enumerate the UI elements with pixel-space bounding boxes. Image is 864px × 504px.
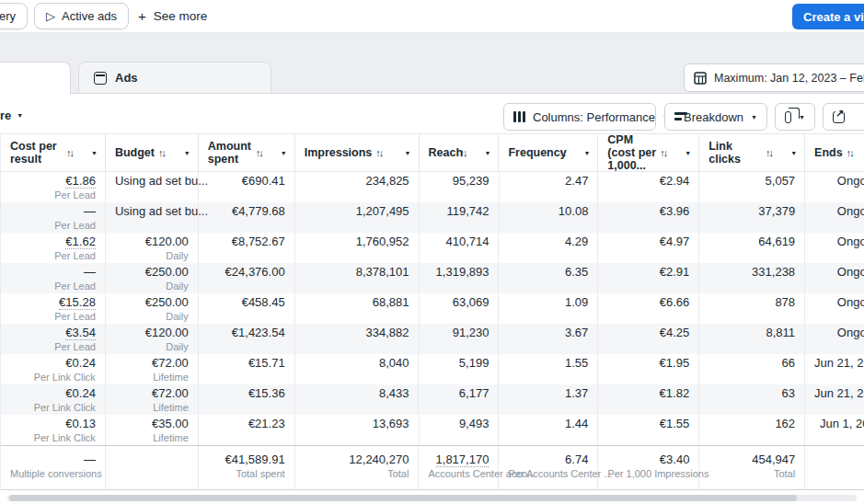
column-header-budget[interactable]: Budget↑↓▼ xyxy=(106,134,199,171)
breakdown-button[interactable]: Breakdown ▼ xyxy=(664,103,767,131)
tooltip-underlined-value[interactable]: €15.28 xyxy=(59,295,96,310)
horizontal-scrollbar-thumb[interactable] xyxy=(9,495,797,501)
column-header-ends[interactable]: Ends↑↓▼ xyxy=(805,134,864,171)
cell-cpm: €1.82 xyxy=(598,384,699,415)
cell-value: 410,714 xyxy=(429,235,490,249)
column-header-reach[interactable]: Reach↑↓▼ xyxy=(420,134,500,171)
cell-value: 1.37 xyxy=(508,386,588,401)
more-dropdown-partial[interactable]: re ▼ xyxy=(0,109,23,122)
tooltip-underlined-value[interactable]: €1.62 xyxy=(65,235,96,249)
cell-value: €3.96 xyxy=(607,204,689,219)
tooltip-underlined-value[interactable]: €1.86 xyxy=(65,174,96,189)
sort-icon[interactable]: ↑↓ xyxy=(158,147,165,158)
sort-icon[interactable]: ↑↓ xyxy=(256,147,262,158)
cell-budget xyxy=(106,446,199,489)
cell-value: Using ad set bu... xyxy=(115,204,189,219)
table-row[interactable]: €3.54Per Lead€120.00Daily€1,423.54334,88… xyxy=(1,324,864,354)
tooltip-underlined-value[interactable]: 1,817,170 xyxy=(436,452,490,467)
cell-value: Ongoing xyxy=(814,174,864,189)
table-totals-row[interactable]: —Multiple conversions€41,589.91Total spe… xyxy=(1,445,864,489)
tooltip-underlined-value[interactable]: €3.54 xyxy=(65,326,96,340)
table-row[interactable]: €0.24Per Link Click€72.00Lifetime€15.718… xyxy=(1,354,864,384)
cell-frequency: 1.44 xyxy=(499,415,598,445)
cell-cpm: €1.95 xyxy=(598,354,699,384)
cell-value: €1.62 xyxy=(10,235,96,249)
date-range-button[interactable]: Maximum: Jan 12, 2023 – Feb 12, 2023 xyxy=(684,63,864,92)
reports-button[interactable]: ▼ xyxy=(775,103,815,131)
sort-icon[interactable]: ↑↓ xyxy=(766,147,772,158)
column-header-clicks[interactable]: Link clicks↑↓▼ xyxy=(699,134,805,171)
cell-value: 1,207,495 xyxy=(305,204,409,219)
cell-sublabel: Lifetime xyxy=(115,371,189,384)
column-header-label: Frequency xyxy=(508,146,555,159)
tab-ads[interactable]: Ads xyxy=(78,62,271,94)
cell-value: €250.00 xyxy=(115,295,189,310)
cell-value: €0.13 xyxy=(10,417,96,431)
column-menu-caret-icon[interactable]: ▼ xyxy=(583,150,590,156)
ads-tab-label: Ads xyxy=(115,71,138,85)
table-row[interactable]: €0.24Per Link Click€72.00Lifetime€15.368… xyxy=(1,384,864,415)
ads-tab-icon xyxy=(94,72,107,85)
cell-sublabel: Total spent xyxy=(208,467,285,480)
cell-frequency: 3.67 xyxy=(499,324,598,354)
filter-chip-partial[interactable]: very xyxy=(0,3,28,29)
cell-value: 8,433 xyxy=(305,386,409,401)
column-header-spent[interactable]: Amount spent↑↓▼ xyxy=(199,134,295,171)
column-menu-caret-icon[interactable]: ▼ xyxy=(281,150,287,156)
export-icon xyxy=(833,111,845,123)
cell-cost: €0.24Per Link Click xyxy=(1,384,106,415)
sort-icon[interactable]: ↑↓ xyxy=(66,147,73,158)
cell-value: 234,825 xyxy=(305,174,409,189)
table-row[interactable]: —Per Lead€250.00Daily€24,376.008,378,101… xyxy=(1,263,864,293)
column-header-impressions[interactable]: Impressions↑↓▼ xyxy=(295,134,420,171)
table-row[interactable]: €1.62Per Lead€120.00Daily€8,752.671,760,… xyxy=(1,233,864,263)
column-header-cpm[interactable]: CPM (cost per 1,000...↑↓▼ xyxy=(598,134,699,171)
cell-value: €1.82 xyxy=(607,386,689,401)
cell-value: 5,057 xyxy=(708,174,795,189)
column-header-frequency[interactable]: Frequency↑↓▼ xyxy=(499,134,598,171)
cell-ends: Jun 21, 2023 xyxy=(805,354,864,384)
table-row[interactable]: —Per LeadUsing ad set bu...€4,779.681,20… xyxy=(1,202,864,233)
table-row[interactable]: €0.13Per Link Click€35.00Lifetime€21.231… xyxy=(1,415,864,445)
filter-chip-active-ads[interactable]: ▷ Active ads xyxy=(34,3,129,29)
export-button[interactable]: ▼ xyxy=(823,103,864,131)
cell-clicks: 64,619 xyxy=(699,233,805,263)
cell-value: €4.97 xyxy=(607,235,689,249)
cell-sublabel: Per Link Click xyxy=(10,401,96,414)
column-header-cost[interactable]: Cost per result↑↓▼ xyxy=(1,134,106,171)
ads-manager-screen: very ▷ Active ads + See more Create a vi… xyxy=(0,0,864,504)
cell-value: €120.00 xyxy=(115,326,189,340)
table-row[interactable]: €1.86Per LeadUsing ad set bu...€690.4123… xyxy=(1,172,864,202)
column-header-label: Link clicks xyxy=(708,140,762,166)
sort-icon[interactable]: ↑↓ xyxy=(459,147,466,158)
tab-partial-left[interactable] xyxy=(0,62,71,95)
cell-sublabel: Per Link Click xyxy=(10,371,96,384)
cell-frequency: 6.74Per Accounts Center ... xyxy=(499,446,598,489)
columns-performance-button[interactable]: Columns: Performance ▼ xyxy=(503,103,656,131)
cell-cpm: €2.94 xyxy=(598,172,699,202)
column-menu-caret-icon[interactable]: ▼ xyxy=(405,150,411,156)
cell-value: Using ad set bu... xyxy=(115,174,189,189)
cell-value: 1,760,952 xyxy=(305,235,409,249)
column-menu-caret-icon[interactable]: ▼ xyxy=(184,150,190,156)
cell-value: 8,040 xyxy=(305,356,409,371)
cell-spent: €15.71 xyxy=(199,354,295,384)
see-more-button[interactable]: + See more xyxy=(138,3,207,29)
cell-value: 4.29 xyxy=(508,235,588,249)
sort-icon[interactable]: ↑↓ xyxy=(375,147,382,158)
column-menu-caret-icon[interactable]: ▼ xyxy=(485,150,491,156)
table-row[interactable]: €15.28Per Lead€250.00Daily€458.4568,8816… xyxy=(1,293,864,324)
column-menu-caret-icon[interactable]: ▼ xyxy=(685,150,691,156)
column-menu-caret-icon[interactable]: ▼ xyxy=(790,150,797,156)
cell-budget: €250.00Daily xyxy=(106,263,199,293)
cell-cpm: €3.40Per 1,000 Impressions xyxy=(598,446,699,489)
sort-icon[interactable]: ↑↓ xyxy=(559,147,565,158)
sort-icon[interactable]: ↑↓ xyxy=(847,147,853,158)
cell-value: — xyxy=(10,452,96,467)
column-menu-caret-icon[interactable]: ▼ xyxy=(91,150,98,156)
cell-reach: 410,714 xyxy=(420,233,500,263)
plus-icon: + xyxy=(138,8,146,24)
sort-icon[interactable]: ↑↓ xyxy=(660,147,666,158)
more-partial-label: re xyxy=(0,109,11,122)
create-a-view-button[interactable]: Create a view xyxy=(792,4,864,29)
